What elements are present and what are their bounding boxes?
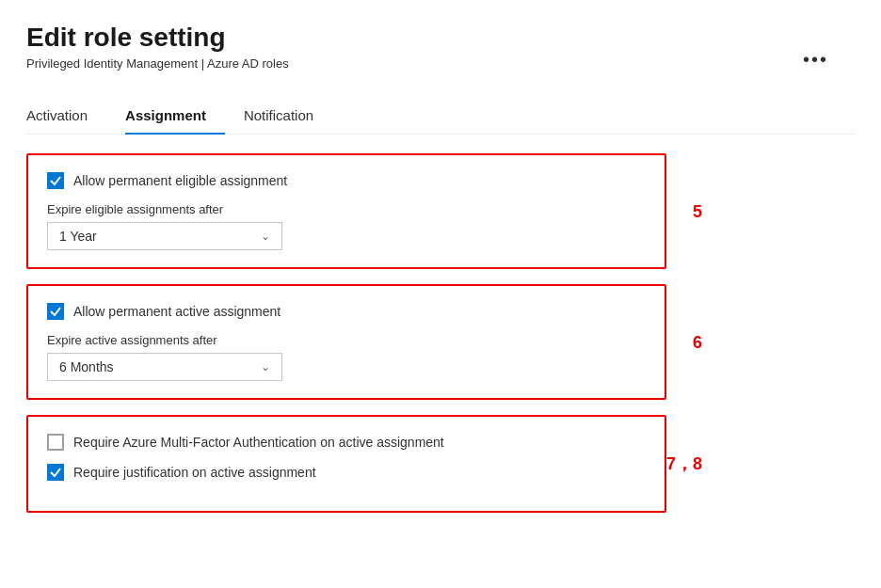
page-subtitle: Privileged Identity Management | Azure A…	[26, 56, 855, 71]
allow-permanent-active-checkbox[interactable]	[47, 303, 64, 320]
expire-eligible-label: Expire eligible assignments after	[47, 202, 646, 216]
expire-eligible-dropdown[interactable]: 1 Year ⌄	[47, 222, 282, 250]
chevron-down-icon: ⌄	[261, 230, 270, 243]
tab-notification[interactable]: Notification	[244, 98, 332, 135]
section-number-5: 5	[693, 201, 702, 221]
expire-active-dropdown[interactable]: 6 Months ⌄	[47, 353, 282, 381]
allow-permanent-active-label: Allow permanent active assignment	[73, 304, 280, 319]
expire-eligible-value: 1 Year	[59, 229, 97, 244]
tab-bar: Activation Assignment Notification	[26, 97, 855, 135]
require-justification-checkbox[interactable]	[47, 464, 64, 481]
section-78-box: Require Azure Multi-Factor Authenticatio…	[26, 415, 666, 513]
allow-permanent-eligible-checkbox[interactable]	[47, 172, 64, 189]
chevron-down-icon: ⌄	[261, 360, 270, 373]
subtitle-sep: |	[198, 56, 207, 71]
tab-activation[interactable]: Activation	[26, 98, 106, 135]
allow-permanent-eligible-label: Allow permanent eligible assignment	[73, 173, 287, 188]
checkmark-icon	[50, 306, 61, 317]
more-options-icon[interactable]: •••	[803, 49, 828, 71]
expire-active-value: 6 Months	[59, 359, 114, 374]
section-6-box: Allow permanent active assignment Expire…	[26, 284, 666, 400]
checkmark-icon	[50, 467, 61, 478]
tab-assignment[interactable]: Assignment	[125, 98, 225, 135]
require-mfa-label: Require Azure Multi-Factor Authenticatio…	[73, 435, 444, 450]
subtitle-sub: Azure AD roles	[207, 56, 289, 71]
require-justification-label: Require justification on active assignme…	[73, 465, 316, 480]
section-number-6: 6	[693, 332, 702, 352]
page-title: Edit role setting	[26, 23, 855, 53]
require-mfa-row: Require Azure Multi-Factor Authenticatio…	[47, 434, 646, 451]
section-5-box: Allow permanent eligible assignment Expi…	[26, 153, 666, 269]
allow-permanent-active-row: Allow permanent active assignment	[47, 303, 646, 320]
section-number-78: 7，8	[666, 453, 702, 475]
expire-active-label: Expire active assignments after	[47, 333, 646, 347]
checkmark-icon	[50, 175, 61, 186]
require-mfa-checkbox[interactable]	[47, 434, 64, 451]
require-justification-row: Require justification on active assignme…	[47, 464, 646, 481]
subtitle-main: Privileged Identity Management	[26, 56, 198, 71]
allow-permanent-eligible-row: Allow permanent eligible assignment	[47, 172, 646, 189]
